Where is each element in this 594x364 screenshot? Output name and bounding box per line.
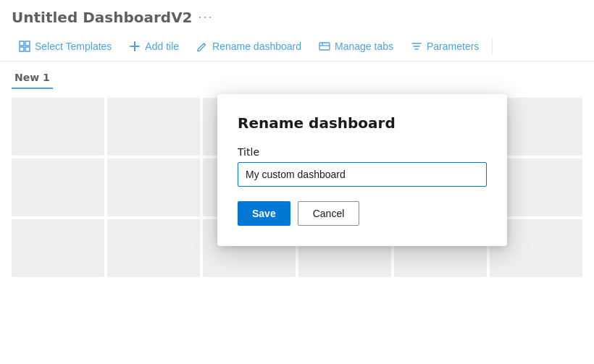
modal-title: Rename dashboard — [238, 114, 487, 132]
title-label: Title — [238, 146, 487, 158]
cancel-button[interactable]: Cancel — [298, 201, 360, 226]
modal-actions: Save Cancel — [238, 201, 487, 226]
title-input[interactable] — [238, 162, 487, 187]
rename-dashboard-modal: Rename dashboard Title Save Cancel — [217, 94, 507, 246]
save-button[interactable]: Save — [238, 201, 290, 226]
